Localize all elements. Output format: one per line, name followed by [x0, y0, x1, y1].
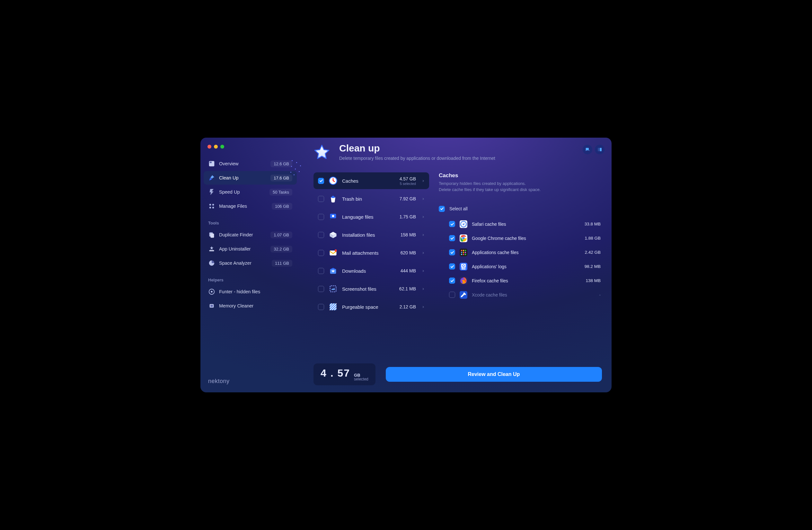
detail-panel: Caches Temporary hidden files created by…: [437, 172, 602, 358]
item-label: Xcode cache files: [472, 292, 574, 297]
svg-point-5: [212, 204, 214, 206]
category-size: 158 MB: [401, 232, 416, 237]
close-window-button[interactable]: [207, 145, 211, 149]
chevron-right-icon: [422, 251, 425, 254]
item-size: 138 MB: [578, 278, 601, 283]
svg-rect-34: [461, 254, 462, 255]
download-icon: [329, 266, 337, 275]
sidebar-item-overview[interactable]: Overview12.6 GB: [204, 157, 297, 170]
sidebar: Overview12.6 GBClean Up17.6 GBSpeed Up50…: [200, 138, 300, 392]
cache-item-firefox[interactable]: Firefox cache files138 MB: [437, 274, 602, 288]
category-checkbox[interactable]: [318, 286, 324, 292]
svg-rect-3: [210, 162, 212, 163]
sidebar-item-label: Memory Cleaner: [219, 303, 292, 308]
item-label: Applications' logs: [472, 264, 574, 269]
svg-rect-18: [332, 196, 334, 197]
svg-point-7: [212, 207, 214, 209]
target-icon: [208, 288, 215, 295]
item-size: 2.42 GB: [578, 250, 601, 255]
page-header: Clean up Delete temporary files created …: [300, 138, 612, 166]
svg-point-12: [211, 291, 213, 293]
sidebar-section-helpers: Helpers: [204, 274, 297, 284]
category-checkbox[interactable]: [318, 304, 324, 310]
sidebar-item-funter-hidden-files[interactable]: Funter - hidden files: [204, 285, 297, 298]
category-size: 620 MB: [401, 250, 416, 255]
select-all-row[interactable]: Select all: [437, 204, 602, 216]
sidebar-item-clean-up[interactable]: Clean Up17.6 GB: [204, 171, 297, 185]
category-dl[interactable]: Downloads444 MB: [314, 262, 429, 279]
select-all-checkbox[interactable]: [439, 206, 445, 212]
chevron-right-icon: [422, 179, 425, 182]
category-purge[interactable]: Purgeable space2.12 GB: [314, 298, 429, 315]
hammer-icon: [460, 291, 467, 299]
category-checkbox[interactable]: [318, 196, 324, 202]
screenshot-icon: [329, 284, 337, 293]
sidebar-item-memory-cleaner[interactable]: Memory Cleaner: [204, 299, 297, 312]
svg-rect-31: [461, 252, 462, 253]
stripes-icon: [329, 302, 337, 311]
panel-toggle-button[interactable]: [595, 145, 605, 154]
category-checkbox[interactable]: [318, 232, 324, 238]
svg-rect-35: [463, 254, 464, 255]
bolt-icon: [208, 189, 215, 196]
category-checkbox[interactable]: [318, 178, 324, 184]
sidebar-item-app-uninstaller[interactable]: App Uninstaller32.2 GB: [204, 242, 297, 256]
app-window: Overview12.6 GBClean Up17.6 GBSpeed Up50…: [200, 138, 612, 392]
minimize-window-button[interactable]: [214, 145, 218, 149]
sidebar-item-manage-files[interactable]: Manage Files106 GB: [204, 199, 297, 213]
sidebar-item-badge: 111 GB: [272, 260, 292, 267]
selected-unit: GB: [354, 373, 368, 378]
item-checkbox[interactable]: [449, 278, 455, 284]
dashboard-icon: [208, 160, 215, 167]
selected-summary: 4 . 57 GB selected: [314, 363, 376, 385]
category-checkbox[interactable]: [318, 214, 324, 220]
review-clean-button[interactable]: Review and Clean Up: [386, 367, 602, 382]
sidebar-item-space-analyzer[interactable]: Space Analyzer111 GB: [204, 256, 297, 270]
category-shot[interactable]: Screenshot files62.1 MB: [314, 280, 429, 297]
item-label: Applications cache files: [472, 250, 574, 255]
category-size: 2.12 GB: [400, 304, 416, 309]
mail-icon: [329, 248, 337, 257]
category-caches[interactable]: Caches4.57 GB5 selected: [314, 172, 429, 189]
page-title: Clean up: [339, 143, 495, 154]
item-checkbox[interactable]: [449, 221, 455, 227]
category-checkbox[interactable]: [318, 250, 324, 256]
category-label: Screenshot files: [342, 286, 386, 292]
category-install[interactable]: Installation files158 MB: [314, 226, 429, 243]
svg-rect-10: [209, 250, 214, 251]
cache-item-chrome[interactable]: Google Chrome cache files1.88 GB: [437, 231, 602, 246]
feedback-button[interactable]: [583, 145, 592, 154]
chevron-right-icon: [422, 215, 425, 218]
category-mail[interactable]: Mail attachments620 MB: [314, 245, 429, 261]
item-checkbox[interactable]: [449, 263, 455, 269]
detail-title: Caches: [439, 172, 601, 179]
copy-icon: [208, 231, 215, 238]
sidebar-item-duplicate-finder[interactable]: Duplicate Finder1.07 GB: [204, 228, 297, 241]
category-label: Trash bin: [342, 196, 386, 201]
sidebar-item-badge: 1.07 GB: [271, 232, 292, 238]
category-trash[interactable]: Trash bin7.92 GB: [314, 191, 429, 207]
category-checkbox[interactable]: [318, 268, 324, 274]
svg-rect-36: [465, 254, 466, 255]
sidebar-item-badge: 12.6 GB: [271, 161, 292, 167]
footer-bar: 4 . 57 GB selected Review and Clean Up: [300, 358, 612, 392]
sidebar-item-label: Manage Files: [219, 204, 268, 209]
flag-icon: [329, 212, 337, 221]
category-size: 4.57 GB: [400, 176, 416, 181]
item-checkbox[interactable]: [449, 235, 455, 241]
category-subtext: 5 selected: [400, 182, 416, 185]
sidebar-item-speed-up[interactable]: Speed Up50 Tasks: [204, 185, 297, 199]
category-label: Installation files: [342, 232, 386, 238]
svg-rect-1: [600, 148, 601, 152]
category-lang[interactable]: Language files1.75 GB: [314, 208, 429, 225]
svg-rect-23: [330, 286, 336, 292]
item-label: Safari cache files: [472, 222, 574, 227]
cache-item-logs[interactable]: LOGApplications' logs98.2 MB: [437, 260, 602, 274]
item-checkbox[interactable]: [449, 249, 455, 255]
cache-item-apps[interactable]: Applications cache files2.42 GB: [437, 246, 602, 260]
cache-item-safari[interactable]: Safari cache files33.8 MB: [437, 217, 602, 231]
selected-label: selected: [354, 377, 368, 381]
svg-rect-28: [461, 250, 462, 251]
zoom-window-button[interactable]: [220, 145, 224, 149]
sidebar-item-label: Overview: [219, 161, 266, 166]
